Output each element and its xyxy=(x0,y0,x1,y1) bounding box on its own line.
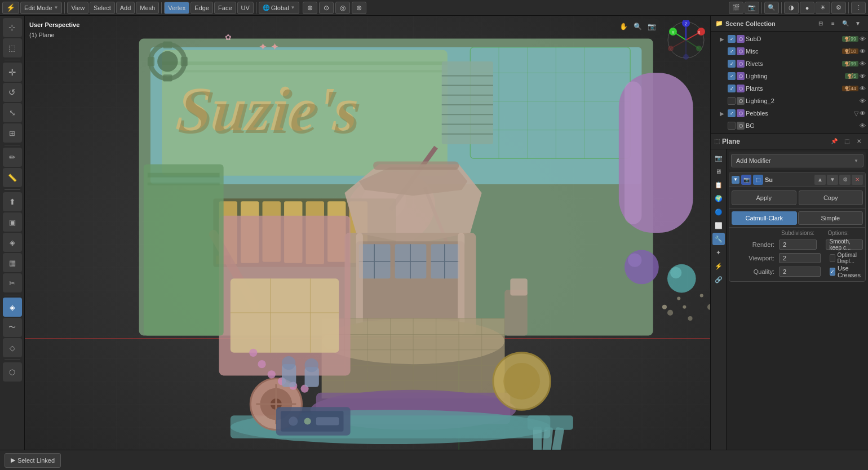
collection-item-pebbles[interactable]: ▶ ✓ ⬡ Pebbles ▽ 👁 xyxy=(711,107,868,119)
collection-filter-btn[interactable]: ⊟ xyxy=(815,18,826,29)
scene-icon-btn[interactable]: 🎬 xyxy=(729,2,743,14)
misc-visibility-btn[interactable]: 👁 xyxy=(860,48,866,55)
uv-menu-btn[interactable]: UV xyxy=(237,2,254,14)
rotate-tool-btn[interactable]: ↺ xyxy=(3,83,22,102)
shear-btn[interactable]: ◇ xyxy=(3,338,22,357)
object-props-btn[interactable]: ⬜ xyxy=(712,219,725,232)
transform-tool-btn[interactable]: ⊞ xyxy=(3,123,22,143)
scale-tool-btn[interactable]: ⤡ xyxy=(3,103,22,122)
vertex-mode-btn[interactable]: Vertex xyxy=(164,2,189,14)
proportional-btn[interactable]: ⊙ xyxy=(319,2,334,14)
navigation-gizmo[interactable]: X Y Z xyxy=(666,20,706,60)
collection-item-lighting2[interactable]: ⬡ Lighting_2 👁 xyxy=(711,95,868,107)
use-creases-checkbox[interactable]: ✓ xyxy=(830,268,836,276)
solid-shading-btn[interactable]: ◑ xyxy=(784,2,799,14)
collection-item-bg[interactable]: ⬡ BG 👁 xyxy=(711,119,868,132)
add-modifier-btn[interactable]: Add Modifier ▼ xyxy=(731,154,863,167)
rivets-checkbox[interactable]: ✓ xyxy=(728,60,736,68)
subD-visibility-btn[interactable]: 👁 xyxy=(860,36,866,42)
pebbles-checkbox[interactable]: ✓ xyxy=(728,109,736,117)
overlay-btn[interactable]: ◎ xyxy=(335,2,350,14)
select-box-btn[interactable]: ⬚ xyxy=(3,38,22,57)
plants-checkbox[interactable]: ✓ xyxy=(728,85,736,92)
transform-dropdown[interactable]: 🌐 Global ▼ xyxy=(259,2,299,14)
modifier-viewport-icon[interactable]: ⬚ xyxy=(753,175,763,185)
render-value-input[interactable]: 2 xyxy=(779,240,817,250)
physics-props-btn[interactable]: ⚡ xyxy=(712,260,725,272)
smooth-vertex-btn[interactable]: 〜 xyxy=(3,318,22,337)
collection-filter2-btn[interactable]: ▼ xyxy=(852,18,863,29)
modifier-visibility-toggle[interactable]: ▼ xyxy=(732,176,739,184)
lighting2-visibility-btn[interactable]: 👁 xyxy=(860,97,866,104)
vertex-slide-btn[interactable]: ◈ xyxy=(3,298,22,317)
snap-btn[interactable]: ⊕ xyxy=(303,2,317,14)
select-linked-btn[interactable]: ▶ Select Linked xyxy=(5,453,61,468)
view-layer-props-btn[interactable]: 📋 xyxy=(712,179,725,191)
apply-modifier-btn[interactable]: Apply xyxy=(732,190,796,205)
mode-icon-btn[interactable]: ⚡ xyxy=(2,2,19,14)
bg-visibility-btn[interactable]: 👁 xyxy=(860,122,866,129)
quality-value-input[interactable]: 2 xyxy=(779,267,821,277)
measure-btn[interactable]: 📏 xyxy=(3,168,22,187)
move-tool-btn[interactable]: ✛ xyxy=(3,63,22,82)
simple-tab[interactable]: Simple xyxy=(798,211,863,225)
pebbles-visibility-btn[interactable]: 👁 xyxy=(860,110,866,117)
optimal-disp-checkbox[interactable] xyxy=(830,254,835,262)
eevee-btn[interactable]: ⚙ xyxy=(831,2,846,14)
subD-checkbox[interactable]: ✓ xyxy=(728,35,736,43)
scene-props-btn[interactable]: 🌍 xyxy=(712,192,725,205)
collection-settings-btn[interactable]: ≡ xyxy=(827,18,839,29)
material-shading-btn[interactable]: ● xyxy=(800,2,814,14)
cursor-tool-btn[interactable]: ⊹ xyxy=(3,18,22,37)
loop-cut-btn[interactable]: ▦ xyxy=(3,253,22,272)
mod-settings-btn[interactable]: ⚙ xyxy=(839,175,851,185)
more-icon-btn[interactable]: ⋮ xyxy=(851,2,866,14)
view-menu-btn[interactable]: View xyxy=(67,2,88,14)
mod-delete-btn[interactable]: ✕ xyxy=(852,175,863,185)
collection-item-lighting[interactable]: ✓ ⬡ Lighting 🐒5 👁 xyxy=(711,70,868,82)
prop-close-btn[interactable]: ✕ xyxy=(853,136,865,147)
lighting-checkbox[interactable]: ✓ xyxy=(728,72,736,80)
filter-icon-btn[interactable]: 🔍 xyxy=(764,2,779,14)
bg-checkbox[interactable] xyxy=(728,122,736,130)
bevel-btn[interactable]: ◈ xyxy=(3,233,22,252)
prop-pin-btn[interactable]: 📌 xyxy=(829,136,840,147)
3d-viewport[interactable]: Suzie's Suzie's ✦ ✦ ✿ xyxy=(25,16,710,450)
select-menu-btn[interactable]: Select xyxy=(90,2,115,14)
output-props-btn[interactable]: 🖥 xyxy=(712,165,725,178)
particles-props-btn[interactable]: ✦ xyxy=(712,246,725,259)
add-mesh-btn[interactable]: ⬡ xyxy=(3,362,22,382)
collection-item-subD[interactable]: ▶ ✓ ⬡ SubD 🐒99 👁 xyxy=(711,33,868,45)
catmull-clark-tab[interactable]: Catmull-Clark xyxy=(732,211,797,225)
lighting-visibility-btn[interactable]: 👁 xyxy=(860,73,866,79)
edge-mode-btn[interactable]: Edge xyxy=(191,2,213,14)
mod-down-btn[interactable]: ▼ xyxy=(827,175,838,185)
copy-modifier-btn[interactable]: Copy xyxy=(799,190,863,205)
plants-visibility-btn[interactable]: 👁 xyxy=(860,85,866,92)
collection-item-rivets[interactable]: ✓ ⬡ Rivets 🐒99 👁 xyxy=(711,57,868,70)
collection-item-misc[interactable]: ✓ ⬡ Misc 🐒10 👁 xyxy=(711,45,868,57)
add-menu-btn[interactable]: Add xyxy=(116,2,135,14)
modifier-props-btn[interactable]: 🔧 xyxy=(712,233,725,245)
gizmo-btn[interactable]: ⊛ xyxy=(352,2,366,14)
rendered-shading-btn[interactable]: ☀ xyxy=(816,2,830,14)
mod-up-btn[interactable]: ▲ xyxy=(814,175,826,185)
inset-btn[interactable]: ▣ xyxy=(3,212,22,232)
collection-item-plants[interactable]: ✓ ⬡ Plants 🐒44 👁 xyxy=(711,82,868,95)
mesh-menu-btn[interactable]: Mesh xyxy=(136,2,159,14)
collection-search-btn[interactable]: 🔍 xyxy=(840,18,851,29)
smooth-options-input[interactable]: Smooth, keep c... xyxy=(826,240,863,250)
extrude-btn[interactable]: ⬆ xyxy=(3,192,22,211)
lighting2-checkbox[interactable] xyxy=(728,97,736,105)
face-mode-btn[interactable]: Face xyxy=(214,2,236,14)
annotate-btn[interactable]: ✏ xyxy=(3,148,22,167)
vp-hand-btn[interactable]: ✋ xyxy=(617,20,630,33)
render-icon-btn[interactable]: 📷 xyxy=(745,2,759,14)
rivets-visibility-btn[interactable]: 👁 xyxy=(860,60,866,67)
edit-mode-dropdown[interactable]: Edit Mode ▼ xyxy=(20,2,62,14)
world-props-btn[interactable]: 🔵 xyxy=(712,206,725,218)
render-props-btn[interactable]: 📷 xyxy=(712,152,725,164)
prop-maximize-btn[interactable]: ⬚ xyxy=(841,136,852,147)
vp-zoom-btn[interactable]: 🔍 xyxy=(631,20,644,33)
modifier-render-icon[interactable]: 📷 xyxy=(741,175,751,185)
